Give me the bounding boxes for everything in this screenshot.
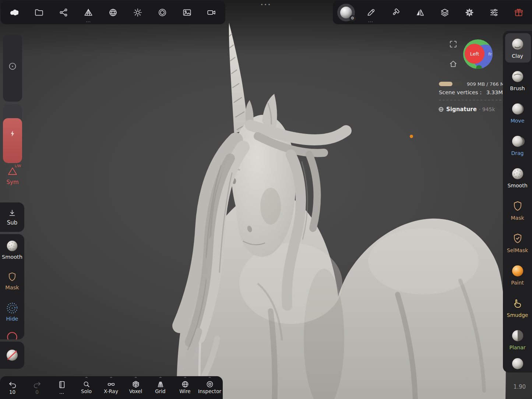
- camera-button[interactable]: [201, 2, 222, 23]
- inspector-toggle[interactable]: ⌃ Inspector: [197, 376, 222, 399]
- render-button[interactable]: [152, 2, 173, 23]
- symmetry-label: Sym: [3, 179, 22, 186]
- no-material-icon: [5, 348, 20, 363]
- radius-slider[interactable]: [3, 35, 22, 102]
- topology-button[interactable]: ...: [78, 2, 99, 23]
- mask-shield-icon: [510, 199, 525, 214]
- sculpt-viewport[interactable]: Left Fr 909 MB / 766 MB Scene vertices：3…: [0, 0, 532, 399]
- gizmo-left-label: Left: [470, 51, 479, 57]
- tool-move[interactable]: Move: [503, 96, 532, 129]
- wire-toggle[interactable]: ⌃ Wire: [173, 376, 197, 399]
- layers-button[interactable]: [434, 2, 455, 23]
- app-menu-button[interactable]: [4, 2, 25, 23]
- material-button[interactable]: ⚙: [335, 2, 357, 23]
- xray-label: X-Ray: [104, 388, 118, 394]
- partial-sphere-icon: [510, 356, 525, 370]
- no-material-panel[interactable]: [0, 342, 24, 369]
- tool-smudge-label: Smudge: [507, 312, 528, 318]
- stamp-tool-button[interactable]: [385, 2, 406, 23]
- sun-icon: [133, 8, 142, 17]
- toolbar-top-right: ⚙ ...: [333, 1, 532, 24]
- quick-tool-partial[interactable]: [0, 327, 24, 339]
- voxel-toggle[interactable]: ⌃ Voxel: [123, 376, 148, 399]
- tool-smooth[interactable]: Smooth: [503, 161, 532, 194]
- symmetry-lw-tag: L/W: [15, 164, 21, 168]
- xray-toggle[interactable]: ⌃ X-Ray: [99, 376, 123, 399]
- tool-mask[interactable]: Mask: [503, 194, 532, 226]
- notebook-icon: [57, 380, 66, 389]
- primitive-sphere-button[interactable]: [102, 2, 124, 23]
- panels-more-dots: ...: [59, 389, 64, 395]
- xray-glasses-icon: [107, 380, 115, 388]
- redo-count: 0: [35, 389, 39, 395]
- smudge-hand-icon: [510, 296, 525, 311]
- tool-move-label: Move: [511, 118, 525, 124]
- mask-shield-icon: [6, 271, 19, 284]
- quick-tool-smooth[interactable]: Smooth: [0, 234, 24, 265]
- drag-sphere-icon: [510, 134, 525, 149]
- files-button[interactable]: [28, 2, 50, 23]
- intensity-slider-fill: [3, 118, 22, 163]
- sub-label: Sub: [7, 219, 18, 226]
- tool-planar[interactable]: Planar: [503, 323, 532, 356]
- tool-drag-label: Drag: [511, 150, 524, 156]
- adjustments-button[interactable]: [483, 2, 505, 23]
- overlay-divider: [439, 100, 501, 100]
- folder-icon: [34, 8, 44, 17]
- nomad-logo-icon: [9, 7, 20, 18]
- smooth-sphere-icon: [5, 239, 19, 253]
- solo-label: Solo: [81, 388, 92, 394]
- tool-paint[interactable]: Paint: [503, 258, 532, 291]
- undo-button[interactable]: 10: [0, 376, 25, 399]
- quick-tool-mask[interactable]: Mask: [0, 265, 24, 296]
- signature-label: Signature: [446, 106, 477, 113]
- menu-drag-handle[interactable]: •••: [260, 2, 271, 7]
- quick-tool-mask-label: Mask: [5, 285, 19, 290]
- home-icon: [449, 60, 458, 68]
- symmetry-triangle-icon: L/W: [7, 166, 18, 177]
- radius-icon: [8, 62, 17, 72]
- quick-tool-hide[interactable]: Hide: [0, 296, 24, 327]
- home-view-button[interactable]: [449, 60, 458, 70]
- sub-button[interactable]: Sub: [0, 202, 24, 232]
- solo-toggle[interactable]: ⌃ Solo: [74, 376, 99, 399]
- material-gear-badge-icon: ⚙: [349, 15, 356, 21]
- tool-brush[interactable]: Brush: [503, 64, 532, 96]
- tool-next-partial[interactable]: [503, 356, 532, 372]
- grid-icon: [156, 380, 165, 388]
- symmetry-toggle[interactable]: L/W Sym: [3, 166, 22, 186]
- tool-clay[interactable]: Clay: [503, 32, 532, 64]
- pencil-icon: [366, 8, 376, 17]
- material-sphere-icon: ⚙: [340, 7, 352, 18]
- mirror-icon: [415, 8, 425, 17]
- intensity-slider[interactable]: [3, 104, 22, 163]
- whats-new-button[interactable]: [508, 2, 529, 23]
- orientation-gizmo[interactable]: Left Fr: [462, 38, 494, 70]
- background-image-button[interactable]: [176, 2, 198, 23]
- brush-sphere-icon: [510, 70, 525, 84]
- pencil-tool-button[interactable]: ...: [360, 2, 381, 23]
- lighting-button[interactable]: [127, 2, 148, 23]
- solo-magnifier-icon: [82, 380, 91, 388]
- gear-icon: [465, 8, 474, 17]
- grid-toggle[interactable]: ⌃ Grid: [148, 376, 173, 399]
- tool-selmask[interactable]: SelMask: [503, 226, 532, 258]
- scene-vertices: Scene vertices：3.33M: [439, 89, 503, 96]
- caret-up-icon: ⌃: [158, 378, 162, 380]
- panels-button[interactable]: ...: [49, 376, 74, 399]
- quick-tool-hide-label: Hide: [6, 316, 18, 322]
- symmetry-button[interactable]: [409, 2, 431, 23]
- redo-button[interactable]: 0: [25, 376, 49, 399]
- topology-icon: [84, 8, 93, 17]
- toolbar-top-left: ...: [1, 1, 225, 24]
- settings-button[interactable]: [459, 2, 480, 23]
- scene-graph-icon: [59, 8, 68, 17]
- fullscreen-button[interactable]: [449, 40, 458, 50]
- subtract-download-icon: [8, 209, 17, 218]
- caret-up-icon: ⌃: [84, 378, 88, 380]
- tool-smudge[interactable]: Smudge: [503, 291, 532, 323]
- caret-up-icon: ⌃: [207, 378, 212, 380]
- tool-drag[interactable]: Drag: [503, 129, 532, 161]
- tool-clay-label: Clay: [512, 53, 523, 59]
- scene-graph-button[interactable]: [53, 2, 74, 23]
